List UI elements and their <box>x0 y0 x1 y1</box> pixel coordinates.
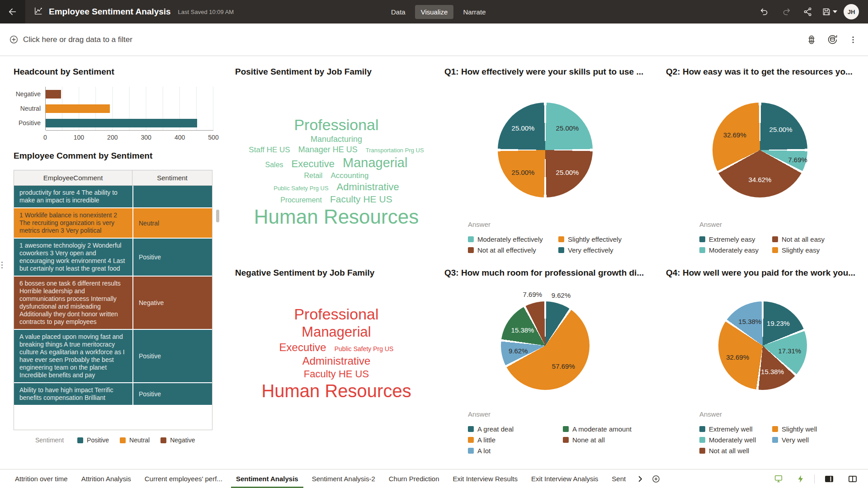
legend-item[interactable]: Not at all effectively <box>468 244 552 255</box>
wordcloud-word[interactable]: Human Resources <box>261 381 411 401</box>
pie[interactable]: 9.62%57.69%9.62%15.38%7.69% <box>501 301 590 390</box>
headcount-panel[interactable]: Headcount by Sentiment NegativeNeutralPo… <box>14 67 213 142</box>
tab-visualize[interactable]: Visualize <box>415 5 454 19</box>
table-column-header[interactable]: EmployeeComment <box>14 170 132 185</box>
table-column-header[interactable]: Sentiment <box>132 170 212 185</box>
wordcloud-word[interactable]: Retail <box>304 172 322 180</box>
table-row[interactable]: A value placed upon moving fast and brea… <box>14 330 212 382</box>
table-row[interactable]: Ability to have high impact Terrific ben… <box>14 383 212 405</box>
q4-pie-chart[interactable]: 19.23%17.31%15.38%32.69%15.38% <box>718 301 807 390</box>
comment-cell[interactable]: 1 awesome technologiy 2 Wonderful cowork… <box>14 239 132 276</box>
present-button[interactable] <box>770 474 787 484</box>
table-row[interactable]: 1 awesome technologiy 2 Wonderful cowork… <box>14 239 212 276</box>
wordcloud-word[interactable]: Administrative <box>337 181 399 193</box>
user-avatar[interactable]: JH <box>844 4 859 19</box>
canvas-tab-sent[interactable]: Sent <box>605 469 632 488</box>
canvas-tab-attrition-over-time[interactable]: Attrition over time <box>8 469 75 488</box>
wordcloud-word[interactable]: Faculty HE US <box>330 194 392 205</box>
auto-insights-button[interactable] <box>793 474 809 483</box>
legend-item[interactable]: Slightly easy <box>772 244 825 255</box>
comment-cell[interactable]: 1 Worklife balance is nonexistent 2 The … <box>14 208 132 238</box>
refresh-data-button[interactable] <box>826 33 839 47</box>
table-row[interactable]: 6 bosses one task 6 different results Ho… <box>14 277 212 329</box>
sentiment-cell[interactable]: Neutral <box>133 208 212 238</box>
wordcloud-word[interactable]: Professional <box>294 116 378 134</box>
positive-wordcloud[interactable]: ProfessionalManufacturingStaff HE USMana… <box>235 116 438 229</box>
legend-item[interactable]: Extremely well <box>699 423 766 434</box>
legend-item[interactable]: A great deal <box>468 423 557 434</box>
q3-panel[interactable]: Q3: How much room for professional growt… <box>444 268 661 467</box>
legend-item[interactable]: A moderate amount <box>563 423 632 434</box>
wordcloud-word[interactable]: Sales <box>265 161 283 169</box>
q1-panel[interactable]: Q1: How effectively were your skills put… <box>444 67 661 265</box>
q3-pie-chart[interactable]: 9.62%57.69%9.62%15.38%7.69% <box>501 301 590 390</box>
legend-item[interactable]: Moderately easy <box>699 244 766 255</box>
wordcloud-word[interactable]: Accounting <box>330 171 368 180</box>
tab-overflow-button[interactable] <box>632 475 648 483</box>
wordcloud-word[interactable]: Manager HE US <box>298 145 358 155</box>
legend-item[interactable]: Very effectively <box>558 244 622 255</box>
table-scrollbar-thumb[interactable] <box>216 210 219 222</box>
canvas-tab-current-employees-perf[interactable]: Current employees' perf... <box>138 469 229 488</box>
comment-cell[interactable]: Ability to have high impact Terrific ben… <box>14 383 132 405</box>
legend-item[interactable]: Not at all easy <box>772 234 825 244</box>
page-menu-button[interactable] <box>846 33 860 47</box>
canvas-tab-attrition-analysis[interactable]: Attrition Analysis <box>75 469 138 488</box>
wordcloud-word[interactable]: Managerial <box>302 324 371 340</box>
wordcloud-word[interactable]: Executive <box>279 341 326 354</box>
tab-narrate[interactable]: Narrate <box>457 5 491 19</box>
panel-resize-handle[interactable] <box>0 256 4 274</box>
legend-item[interactable]: Neutral <box>120 436 150 444</box>
wordcloud-word[interactable]: Professional <box>294 305 378 323</box>
toggle-grammar-panel-button[interactable] <box>820 474 838 484</box>
wordcloud-word[interactable]: Transportation Prg US <box>366 147 424 154</box>
headcount-bar-chart[interactable]: NegativeNeutralPositive0100200300400500 <box>14 87 213 142</box>
sentiment-cell[interactable]: Negative <box>133 277 212 329</box>
comments-table[interactable]: EmployeeCommentSentimentproductivity for… <box>14 170 212 430</box>
bar-negative[interactable] <box>46 90 61 99</box>
legend-item[interactable]: Extremely easy <box>699 234 766 244</box>
wordcloud-word[interactable]: Procurement <box>280 196 322 204</box>
legend-item[interactable]: A little <box>468 434 557 445</box>
table-row[interactable]: 1 Worklife balance is nonexistent 2 The … <box>14 208 212 238</box>
q1-pie-chart[interactable]: 25.00%25.00%25.00%25.00% <box>498 103 593 197</box>
wordcloud-word[interactable]: Staff HE US <box>249 145 290 155</box>
negative-wordcloud-panel[interactable]: Negative Sentiment by Job Family Profess… <box>235 268 438 462</box>
legend-item[interactable]: Negative <box>160 436 195 444</box>
legend-item[interactable]: Slightly well <box>772 423 817 434</box>
canvas-tab-churn-prediction[interactable]: Churn Prediction <box>382 469 446 488</box>
wordcloud-word[interactable]: Managerial <box>343 155 407 170</box>
wordcloud-word[interactable]: Human Resources <box>254 206 419 228</box>
redo-button[interactable] <box>778 4 794 19</box>
tab-data[interactable]: Data <box>385 5 411 19</box>
data-diagnostics-button[interactable] <box>805 33 818 47</box>
q2-panel[interactable]: Q2: How easy was it to get the resources… <box>666 67 865 265</box>
sentiment-cell[interactable]: Positive <box>133 383 212 405</box>
canvas-tab-sentiment-analysis-2[interactable]: Sentiment Analysis-2 <box>305 469 382 488</box>
comment-cell[interactable]: A value placed upon moving fast and brea… <box>14 330 132 382</box>
positive-wordcloud-panel[interactable]: Positive Sentiment by Job Family Profess… <box>235 67 438 261</box>
q2-pie-chart[interactable]: 25.00%7.69%34.62%32.69% <box>712 103 807 197</box>
pie[interactable]: 25.00%7.69%34.62%32.69% <box>712 103 807 197</box>
bar-positive[interactable] <box>46 119 197 127</box>
legend-item[interactable]: Positive <box>77 436 109 444</box>
comment-cell[interactable]: productivity for sure 4 The ability to m… <box>14 186 132 207</box>
save-button[interactable] <box>822 4 837 19</box>
legend-item[interactable]: Not at all well <box>699 445 766 456</box>
negative-wordcloud[interactable]: ProfessionalManagerialExecutivePublic Sa… <box>235 305 438 402</box>
wordcloud-word[interactable]: Public Safety Prg US <box>274 185 328 192</box>
q4-panel[interactable]: Q4: How well were you paid for the work … <box>666 268 865 467</box>
canvas-tab-exit-interview-results[interactable]: Exit Interview Results <box>446 469 524 488</box>
undo-button[interactable] <box>757 4 772 19</box>
table-row[interactable]: productivity for sure 4 The ability to m… <box>14 186 212 207</box>
canvas-tab-sentiment-analysis[interactable]: Sentiment Analysis <box>229 469 305 488</box>
pie[interactable]: 25.00%25.00%25.00%25.00% <box>498 103 593 197</box>
wordcloud-word[interactable]: Faculty HE US <box>304 368 369 380</box>
legend-item[interactable]: Moderately effectively <box>468 234 552 244</box>
legend-item[interactable]: Very well <box>772 434 817 445</box>
legend-item[interactable]: Slightly effectively <box>558 234 622 244</box>
wordcloud-word[interactable]: Administrative <box>302 355 371 367</box>
legend-item[interactable]: A lot <box>468 445 557 456</box>
canvas-tab-exit-interview-analysis[interactable]: Exit Interview Analysis <box>524 469 605 488</box>
legend-item[interactable]: Moderately well <box>699 434 766 445</box>
